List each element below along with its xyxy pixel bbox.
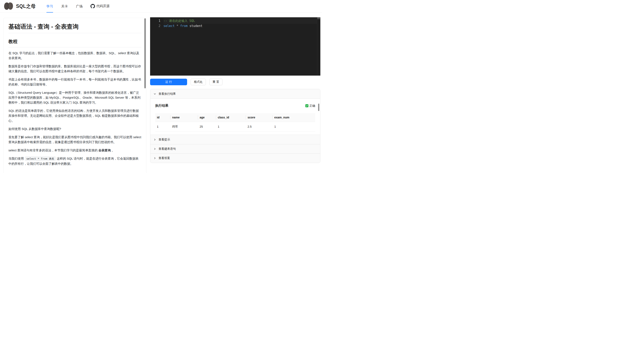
results-collapse: 查看执行结果 执行结果 正确 (150, 89, 320, 163)
column-header: name (170, 113, 198, 122)
tutorial-section-heading: 教程 (8, 39, 141, 47)
format-button[interactable]: 格式化 (190, 79, 206, 85)
result-title: 执行结果 (155, 104, 168, 108)
status-text: 正确 (310, 104, 315, 108)
chevron-right-icon (154, 157, 156, 159)
panel-header-hint[interactable]: 查看提示 (150, 135, 320, 144)
execution-result-body: 执行结果 正确 id (150, 98, 320, 135)
table-cell: 25 (198, 122, 216, 132)
sql-code-editor[interactable]: 1 -- 请在此处输入 SQL 2 select * from student (150, 17, 320, 76)
tutorial-scrollbar-thumb[interactable] (144, 18, 146, 88)
nav-item-learn[interactable]: 学习 (42, 0, 57, 13)
page-title: 基础语法 - 查询 - 全表查询 (8, 23, 141, 33)
reset-button[interactable]: 重 置 (209, 79, 222, 85)
table-cell: 2.5 (246, 122, 273, 132)
chevron-right-icon (154, 138, 156, 141)
github-icon (90, 4, 95, 9)
tutorial-paragraph: 当我们使用 select * from 表名 这样的 SQL 语句时，就是在进行… (8, 156, 141, 166)
results-scrollbar-thumb[interactable] (318, 104, 319, 111)
tutorial-paragraph: 如何使用 SQL 从数据库中查询数据呢? (8, 126, 141, 131)
nav-item-plaza[interactable]: 广场 (72, 0, 87, 13)
result-table: id name age class_id score exam_num 1 鸡哥 (155, 113, 315, 132)
tutorial-paragraph: SQL 的语法是简单易学的，它使用类似自然语言的结构，方便开发人员和数据库管理员… (8, 108, 141, 123)
main-content: 基础语法 - 查询 - 全表查询 教程 在 SQL 学习的起点，我们需要了解一些… (0, 13, 322, 173)
sql-identifier: student (190, 24, 202, 28)
line-number: 1 (150, 18, 160, 24)
tutorial-paragraph: SQL（Structured Query Language）是一种用于管理、操作… (8, 90, 141, 105)
line-number: 2 (150, 24, 160, 29)
tutorial-paragraph: select 查询语句有非常多的语法，本节我们学习的是最简单直接的 全表查询 。 (8, 148, 141, 153)
column-header: id (155, 113, 170, 122)
table-row: 1 鸡哥 25 1 2.5 1 (155, 122, 315, 132)
column-header: class_id (216, 113, 246, 122)
chevron-right-icon (154, 148, 156, 150)
github-link[interactable]: 代码开源 (90, 4, 110, 9)
table-cell: 1 (216, 122, 246, 132)
github-label: 代码开源 (96, 4, 110, 9)
main-nav: 学习 关卡 广场 (42, 0, 87, 13)
site-logo[interactable] (3, 2, 14, 11)
status-badge: 正确 (305, 104, 315, 108)
table-header-row: id name age class_id score exam_num (155, 113, 315, 122)
chevron-down-icon (154, 93, 156, 95)
table-cell: 1 (155, 122, 170, 132)
tutorial-panel: 基础语法 - 查询 - 全表查询 教程 在 SQL 学习的起点，我们需要了解一些… (3, 18, 146, 173)
panel-header-execution-result[interactable]: 查看执行结果 (150, 89, 320, 98)
tutorial-paragraph: 首先要了解 select 查询，就好比是我们要从图书馆中找到我们感兴趣的书籍。我… (8, 135, 141, 144)
sql-keyword: select (164, 24, 174, 28)
check-icon (305, 104, 308, 107)
column-header: age (198, 113, 216, 122)
sql-comment: -- 请在此处输入 SQL (164, 19, 195, 23)
tutorial-paragraph: 书架上会有很多本书，数据表中的每一行就相当于一本书，每一列就相当于这本书的属性，… (8, 77, 141, 87)
panel-header-answer[interactable]: 查看答案 (150, 153, 320, 163)
site-title[interactable]: SQL之母 (16, 3, 36, 10)
minimap-slider[interactable] (317, 17, 320, 19)
tutorial-paragraph: 数据库是存放专门存放和管理数据的库。数据库就好比是一座大型的图书馆，而这个图书馆… (8, 64, 141, 74)
bold-term: 全表查询 (98, 148, 111, 152)
navbar: SQL之母 学习 关卡 广场 代码开源 (0, 0, 322, 13)
column-header: score (246, 113, 273, 122)
tutorial-paragraph: 在 SQL 学习的起点，我们需要了解一些基本概念，包括数据库、数据表、SQL、s… (8, 51, 141, 61)
run-button[interactable]: 运 行 (150, 79, 187, 85)
workspace-panel: 1 -- 请在此处输入 SQL 2 select * from student … (150, 17, 320, 163)
inline-code: select * from 表名 (25, 156, 56, 161)
table-cell: 鸡哥 (170, 122, 198, 132)
panel-header-create-table[interactable]: 查看建表语句 (150, 144, 320, 153)
editor-line: 2 select * from student (150, 24, 320, 29)
sql-operator: * (176, 24, 178, 28)
column-header: exam_num (273, 113, 315, 122)
sql-keyword: from (180, 24, 188, 28)
editor-toolbar: 运 行 格式化 重 置 (150, 79, 320, 85)
table-cell: 1 (273, 122, 315, 132)
editor-line: 1 -- 请在此处输入 SQL (150, 18, 320, 24)
nav-item-levels[interactable]: 关卡 (57, 0, 72, 13)
minimap-divider (317, 17, 317, 76)
